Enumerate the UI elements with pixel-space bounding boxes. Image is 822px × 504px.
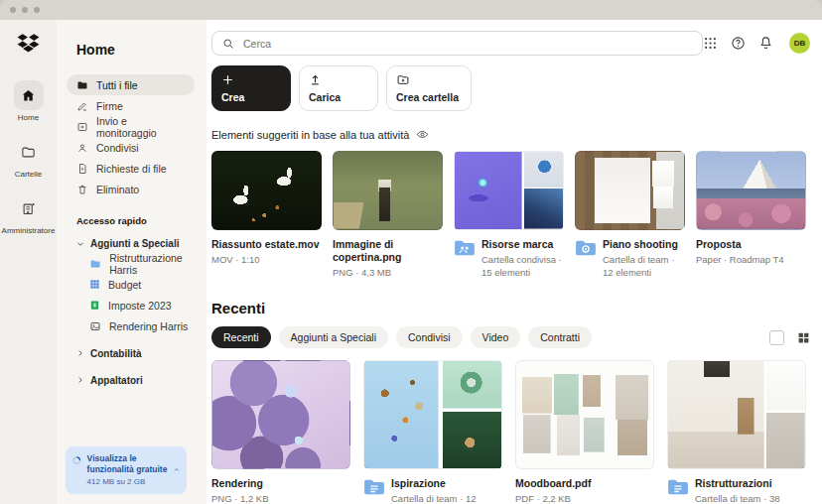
suggested-heading: Elementi suggeriti in base alla tua atti… [211,129,409,141]
starred-item-rendering-harris[interactable]: Rendering Harris [76,315,206,336]
plus-icon [221,73,234,86]
card-title: Ristrutturazioni [695,477,806,490]
sidebar-item-signatures[interactable]: Firme [67,95,195,116]
card-info: Rendering PNG · 1,2 KB [211,477,350,504]
topbar: DB [211,31,810,56]
starred-group-toggle[interactable]: Aggiunti a Speciali [76,234,206,253]
sidebar-item-file-requests[interactable]: Richieste di file [67,158,195,179]
tab-condivisi[interactable]: Condivisi [396,326,463,348]
sidebar-item-label: Tutti i file [96,79,138,91]
group-label: Appaltatori [90,375,143,386]
video-thumbnail [211,151,322,230]
group-appaltatori[interactable]: Appaltatori [76,370,206,390]
sidebar-title: Home [76,42,206,58]
card-title: Risorse marca [481,238,564,251]
rail-item-home[interactable]: Home [14,80,44,122]
starred-item-budget[interactable]: Budget [76,274,206,295]
card-info: Immagine di copertina.png PNG · 4,3 MB [333,238,443,280]
chevron-up-icon[interactable] [174,465,180,474]
tab-video[interactable]: Video [471,326,521,348]
window-dot [10,7,16,13]
window-dot [34,7,40,13]
tab-aggiunti-a-speciali[interactable]: Aggiunti a Speciali [279,326,388,348]
file-request-icon [76,163,88,175]
main-content: DB Crea Carica Crea cartella Elementi su… [206,20,822,504]
suggested-card[interactable]: Immagine di copertina.png PNG · 4,3 MB [333,151,443,280]
recent-card[interactable]: Ispirazione Cartella di team · 12 elemen… [363,360,502,504]
image-thumbnail [211,360,350,469]
image-thumbnail [333,151,443,230]
sidebar-item-label: Firme [96,100,123,112]
upload-button-label: Carica [309,91,368,103]
create-folder-button-label: Crea cartella [396,91,462,103]
send-track-icon [76,121,88,133]
create-folder-button[interactable]: Crea cartella [386,65,472,111]
folder-filled-icon [76,79,88,91]
paper-thumbnail [696,151,806,230]
grid-table-icon [89,279,100,290]
search-bar[interactable] [211,31,703,56]
card-title: Moodboard.pdf [515,477,591,490]
team-folder-icon [575,239,597,257]
help-icon[interactable] [731,36,746,51]
tab-recenti[interactable]: Recenti [211,326,271,348]
rail-item-label: Amministratore [2,226,56,235]
eye-icon[interactable] [416,128,429,141]
create-button[interactable]: Crea [211,65,291,111]
card-meta: PNG · 4,3 MB [333,267,443,280]
suggested-card[interactable]: Risorse marca Cartella condivisa · 15 el… [454,151,564,280]
recent-card[interactable]: Rendering PNG · 1,2 KB [211,360,350,504]
view-tools [769,330,810,345]
icon-rail: Home Cartelle Amministratore [0,20,57,504]
recent-card[interactable]: Ristrutturazioni Cartella di team · 38 e… [667,360,806,504]
suggested-card[interactable]: Proposta Paper · Roadmap T4 [696,151,806,280]
signature-pen-icon [76,100,88,112]
card-info: Proposta Paper · Roadmap T4 [696,238,806,267]
banner-title: Visualizza le funzionalità gratuite [87,453,169,475]
card-meta: Paper · Roadmap T4 [696,254,784,267]
window-titlebar [0,0,822,20]
blue-folder-icon [89,258,101,270]
card-info: Ristrutturazioni Cartella di team · 38 e… [667,477,806,504]
starred-item-imposte-2023[interactable]: Imposte 2023 [76,295,206,315]
banner-text: Visualizza le funzionalità gratuite 412 … [87,453,169,486]
avatar[interactable]: DB [789,33,810,54]
recents-heading: Recenti [211,300,810,316]
search-input[interactable] [241,37,692,51]
suggested-card[interactable]: Riassunto estate.mov MOV · 1:10 [211,151,322,280]
search-icon [222,38,234,50]
sidebar-item-send-track[interactable]: Invio e monitoraggio [67,116,195,137]
suggested-card[interactable]: Piano shooting Cartella di team · 12 ele… [575,151,685,280]
sidebar-item-deleted[interactable]: Eliminato [67,179,195,199]
card-title: Ispirazione [391,477,502,490]
storage-upgrade-banner[interactable]: Visualizza le funzionalità gratuite 412 … [66,446,187,494]
grid-view-icon[interactable] [797,331,810,344]
rail-item-admin[interactable]: Amministratore [2,193,56,235]
progress-circle-icon [72,453,81,467]
recents-filter-tabs: Recenti Aggiunti a Speciali Condivisi Vi… [211,326,810,348]
card-title: Rendering [211,477,269,490]
admin-console-icon [13,193,43,223]
tab-contratti[interactable]: Contratti [528,326,592,348]
chevron-down-icon [76,240,84,248]
sidebar-item-all-files[interactable]: Tutti i file [67,74,195,95]
card-info: Risorse marca Cartella condivisa · 15 el… [454,238,564,280]
group-contabilita[interactable]: Contabilità [76,343,206,363]
folder-thumbnail [454,151,564,230]
sidebar-item-shared[interactable]: Condivisi [67,137,195,158]
apps-grid-icon[interactable] [703,36,718,51]
upload-button[interactable]: Carica [299,65,378,111]
select-all-checkbox[interactable] [769,330,784,345]
folder-plus-icon [396,73,410,86]
recent-card[interactable]: Moodboard.pdf PDF · 2,2 KB [515,360,654,504]
home-icon [14,80,44,110]
card-title: Riassunto estate.mov [211,238,320,251]
card-meta: Cartella di team · 38 elementi [695,493,806,504]
bell-icon[interactable] [758,36,773,51]
image-icon [89,320,101,332]
folder-thumbnail [363,360,502,469]
sidebar-item-label: Eliminato [96,184,139,195]
starred-item-ristrutturazione-harris[interactable]: Ristrutturazione Harris [76,253,206,274]
upload-icon [309,73,322,86]
rail-item-folders[interactable]: Cartelle [14,137,44,179]
